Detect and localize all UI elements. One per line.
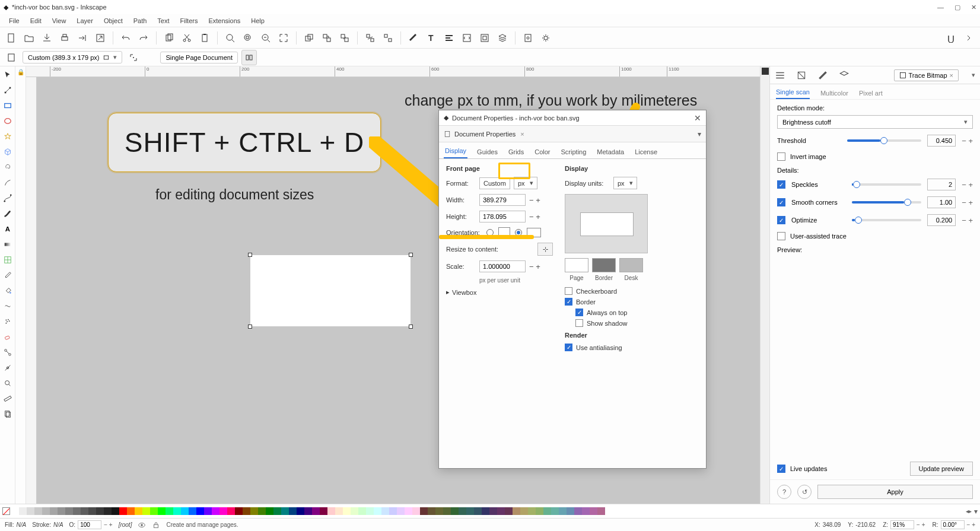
calligraphy-tool-icon[interactable] (2, 208, 14, 220)
layer-indicator[interactable]: [root] (119, 522, 132, 528)
mesh-tool-icon[interactable] (2, 254, 14, 266)
tweak-tool-icon[interactable] (2, 300, 14, 312)
checkerboard-checkbox[interactable] (565, 287, 572, 295)
palette-swatch[interactable] (543, 507, 551, 515)
redo-icon[interactable] (136, 30, 151, 46)
threshold-stepper[interactable]: − + (962, 136, 973, 145)
star-tool-icon[interactable] (2, 131, 14, 142)
text-tool-icon[interactable]: A (2, 223, 14, 235)
scale-stepper[interactable]: − + (529, 262, 540, 271)
palette-swatch[interactable] (435, 507, 443, 515)
palette-menu-icon[interactable]: ▾ (974, 507, 978, 516)
smooth-value[interactable]: 1.00 (927, 196, 956, 208)
palette-swatch[interactable] (451, 507, 459, 515)
scale-input[interactable] (479, 260, 526, 272)
fill-stroke-icon[interactable] (406, 30, 421, 46)
palette-swatch[interactable] (166, 507, 173, 515)
palette-swatch[interactable] (327, 507, 335, 515)
snap-options-icon[interactable] (961, 30, 976, 46)
dialog-close-icon[interactable]: ✕ (694, 113, 701, 123)
inner-tab-label[interactable]: Document Properties (454, 131, 516, 138)
paste-icon[interactable] (197, 30, 212, 46)
align-dist-icon[interactable] (775, 70, 785, 81)
palette-swatch[interactable] (112, 507, 119, 515)
palette-swatch[interactable] (559, 507, 567, 515)
tab-scripting[interactable]: Scripting (560, 145, 588, 158)
palette-swatch[interactable] (597, 507, 605, 515)
always-on-top-checkbox[interactable]: ✓ (575, 309, 583, 316)
palette-swatch[interactable] (243, 507, 250, 515)
palette-swatch[interactable] (219, 507, 227, 515)
menu-file[interactable]: File (4, 16, 25, 26)
palette-swatch[interactable] (150, 507, 158, 515)
sub-tab-single[interactable]: Single scan (776, 86, 810, 99)
palette-swatch[interactable] (158, 507, 166, 515)
selectors-icon[interactable] (477, 30, 492, 46)
clone-icon[interactable] (319, 30, 335, 46)
inner-tab-close-icon[interactable]: × (520, 131, 524, 138)
smooth-stepper[interactable]: − + (962, 198, 973, 207)
width-input[interactable] (479, 194, 526, 206)
optimize-stepper[interactable]: − + (962, 216, 973, 225)
height-input[interactable] (479, 211, 526, 222)
palette-swatch[interactable] (358, 507, 366, 515)
export-icon[interactable] (93, 30, 108, 46)
palette-swatch[interactable] (482, 507, 489, 515)
palette-swatch[interactable] (366, 507, 374, 515)
dropper-tool-icon[interactable] (2, 269, 14, 281)
lock-status-icon[interactable] (152, 521, 160, 529)
rect-tool-icon[interactable] (2, 100, 14, 112)
menu-path[interactable]: Path (128, 16, 152, 26)
border-color-swatch[interactable] (592, 258, 616, 272)
prefs-icon[interactable] (538, 30, 553, 46)
close-icon[interactable]: ✕ (971, 4, 976, 11)
zoom-tool-icon[interactable] (2, 377, 14, 389)
palette-swatch[interactable] (466, 507, 474, 515)
speckles-stepper[interactable]: − + (962, 180, 973, 189)
smooth-slider[interactable] (852, 201, 921, 204)
page-mode-btn-icon[interactable] (241, 50, 257, 65)
palette-swatch[interactable] (582, 507, 590, 515)
palette-swatch[interactable] (536, 507, 543, 515)
threshold-value[interactable]: 0.450 (927, 135, 956, 147)
page-mode[interactable]: Single Page Document (160, 52, 238, 63)
visibility-icon[interactable] (138, 521, 146, 529)
palette-swatch[interactable] (397, 507, 405, 515)
optimize-slider[interactable] (852, 219, 921, 221)
palette-swatch[interactable] (135, 507, 142, 515)
zoom-input[interactable] (890, 520, 914, 529)
speckles-checkbox[interactable]: ✓ (777, 180, 785, 189)
menu-object[interactable]: Object (98, 16, 128, 26)
user-assisted-checkbox[interactable] (777, 232, 785, 240)
menu-help[interactable]: Help (246, 16, 270, 26)
palette-swatch[interactable] (374, 507, 381, 515)
palette-swatch[interactable] (19, 507, 27, 515)
spiral-tool-icon[interactable] (2, 161, 14, 173)
palette-swatch[interactable] (443, 507, 451, 515)
layers-icon[interactable] (839, 70, 849, 81)
palette-swatch[interactable] (11, 507, 19, 515)
print-icon[interactable] (57, 30, 72, 46)
align-icon[interactable] (441, 30, 457, 46)
tab-color[interactable]: Color (533, 145, 551, 158)
menu-extensions[interactable]: Extensions (203, 16, 246, 26)
zoom-page-icon[interactable] (258, 30, 273, 46)
open-icon[interactable] (21, 30, 37, 46)
update-preview-button[interactable]: Update preview (910, 462, 973, 476)
tab-license[interactable]: License (634, 145, 658, 158)
desk-color-swatch[interactable] (619, 258, 643, 272)
fill-value[interactable]: N/A (17, 522, 27, 528)
node-tool-icon[interactable] (2, 84, 14, 96)
palette-swatch[interactable] (281, 507, 289, 515)
invert-checkbox[interactable] (777, 152, 785, 161)
eraser-tool-icon[interactable] (2, 331, 14, 343)
vertical-scrollbar[interactable] (760, 66, 769, 504)
tab-grids[interactable]: Grids (507, 145, 525, 158)
menu-edit[interactable]: Edit (25, 16, 47, 26)
pencil-tool-icon[interactable] (2, 177, 14, 189)
palette-swatch[interactable] (320, 507, 327, 515)
maximize-icon[interactable]: ▢ (954, 4, 960, 11)
palette-swatch[interactable] (181, 507, 189, 515)
palette-swatch[interactable] (81, 507, 88, 515)
reset-icon[interactable]: ↺ (797, 485, 812, 499)
